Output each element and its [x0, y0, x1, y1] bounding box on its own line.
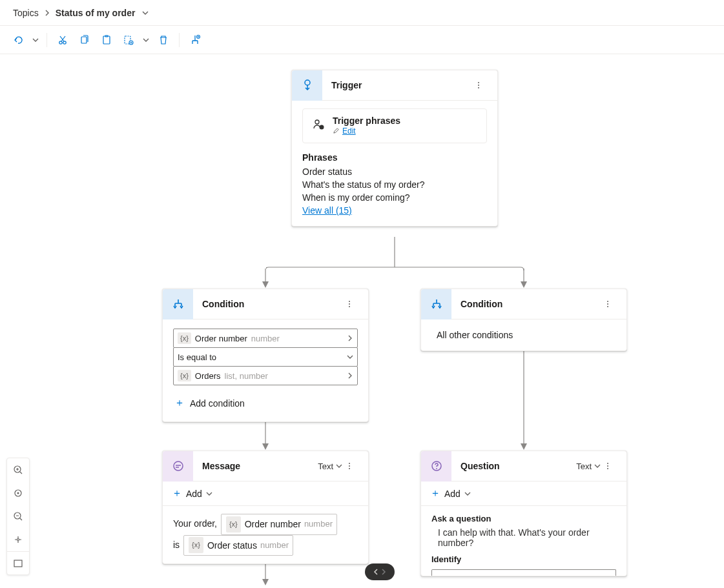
paste-dropdown[interactable] [140, 30, 152, 50]
message-text[interactable]: Your order, {x} Order number number is {… [163, 506, 368, 563]
svg-marker-11 [521, 443, 527, 450]
add-condition-button[interactable]: ＋ Add condition [173, 391, 358, 415]
trigger-title: Trigger [322, 80, 474, 90]
separator [47, 33, 47, 47]
inline-variable[interactable]: {x} Order number number [221, 514, 337, 535]
variable-name: Order status [207, 537, 257, 554]
trigger-phrases-box[interactable]: Trigger phrases Edit [302, 108, 487, 143]
chevron-right-icon [347, 335, 353, 341]
variable-icon: {x} [178, 370, 191, 381]
message-text-part: is [173, 539, 180, 549]
undo-dropdown[interactable] [30, 30, 41, 50]
breadcrumb-root[interactable]: Topics [13, 8, 39, 18]
svg-point-26 [349, 463, 350, 464]
cut-button[interactable] [52, 30, 73, 50]
plus-icon: ＋ [430, 487, 440, 500]
question-node[interactable]: Question Text ＋ Add Ask a question I can… [420, 451, 627, 576]
question-title: Question [451, 461, 576, 471]
variable-type: list, number [225, 371, 268, 381]
zoom-out-button[interactable] [7, 505, 29, 528]
svg-point-36 [17, 492, 19, 494]
edit-link[interactable]: Edit [333, 127, 356, 136]
condition-node-left[interactable]: Condition {x} Order number number Is equ… [162, 289, 369, 422]
chevron-down-icon [206, 491, 212, 497]
copy-button[interactable] [74, 30, 95, 50]
variable-type: number [260, 538, 289, 554]
chevron-down-icon [347, 354, 353, 360]
view-all-link[interactable]: View all (15) [302, 205, 487, 216]
add-label: Add [186, 489, 202, 499]
chevron-right-icon[interactable] [380, 569, 387, 575]
phrase-list: Order status What's the status of my ord… [302, 167, 487, 203]
more-icon[interactable] [603, 461, 626, 471]
paste-button[interactable] [96, 30, 117, 50]
more-icon[interactable] [345, 461, 368, 471]
phrase-item: When is my order coming? [302, 192, 487, 203]
question-icon [421, 451, 451, 482]
trigger-node[interactable]: Trigger Trigger phrases Edit Phrases [291, 70, 498, 227]
breadcrumb-current[interactable]: Status of my order [56, 8, 136, 18]
condition-node-right[interactable]: Condition All other conditions [420, 289, 627, 351]
svg-point-16 [478, 87, 479, 88]
question-text[interactable]: I can help with that. What's your order … [421, 525, 626, 554]
add-label: Add [444, 489, 460, 499]
delete-button[interactable] [153, 30, 174, 50]
canvas[interactable]: Trigger Trigger phrases Edit Phrases [0, 54, 724, 588]
question-add-button[interactable]: ＋ Add [421, 482, 626, 506]
add-condition-label: Add condition [190, 398, 245, 409]
zoom-reset-button[interactable] [7, 528, 29, 551]
variable-icon: {x} [226, 516, 241, 532]
svg-point-28 [349, 468, 350, 469]
breadcrumb: Topics Status of my order [0, 0, 724, 26]
zoom-fit-button[interactable] [7, 482, 29, 505]
svg-point-20 [349, 303, 350, 305]
svg-point-19 [349, 301, 350, 302]
svg-point-30 [436, 468, 437, 469]
svg-marker-10 [262, 443, 269, 450]
condition-title: Condition [451, 299, 603, 309]
undo-button[interactable] [8, 30, 28, 50]
variation-nav[interactable] [365, 563, 395, 580]
variables-button[interactable] [185, 30, 205, 50]
message-title: Message [193, 461, 318, 471]
person-chat-icon [312, 116, 325, 131]
message-type-selector[interactable]: Text [318, 461, 345, 471]
message-node[interactable]: Message Text ＋ Add Your order, {x} Order… [162, 451, 369, 564]
more-icon[interactable] [345, 299, 368, 309]
svg-point-25 [174, 461, 183, 471]
svg-marker-9 [521, 281, 527, 288]
question-type-selector[interactable]: Text [576, 461, 603, 471]
operator-label: Is equal to [178, 352, 216, 362]
svg-point-23 [607, 303, 608, 305]
phrases-label: Phrases [302, 152, 487, 163]
svg-rect-3 [103, 36, 110, 44]
more-icon[interactable] [603, 299, 626, 309]
condition-left-variable[interactable]: {x} Order number number [173, 329, 358, 348]
zoom-minimap-button[interactable] [7, 551, 29, 574]
condition-right-variable[interactable]: {x} Orders list, number [173, 366, 358, 385]
svg-point-1 [63, 41, 66, 43]
svg-point-17 [315, 120, 319, 124]
more-icon[interactable] [474, 81, 497, 90]
message-text-part: Your order, [173, 518, 217, 529]
message-icon [163, 451, 193, 482]
svg-point-38 [17, 539, 19, 541]
svg-point-33 [607, 468, 608, 469]
zoom-controls [6, 458, 30, 575]
chevron-down-icon[interactable] [141, 9, 149, 17]
condition-operator[interactable]: Is equal to [173, 347, 358, 367]
paste-special-button[interactable] [118, 30, 139, 50]
condition-else-text: All other conditions [421, 319, 626, 350]
inline-variable[interactable]: {x} Order status number [183, 535, 293, 556]
svg-point-22 [607, 301, 608, 302]
zoom-in-button[interactable] [7, 458, 29, 482]
svg-point-24 [607, 306, 608, 307]
identify-input[interactable] [431, 569, 616, 576]
chevron-left-icon[interactable] [373, 569, 379, 575]
phrase-item: What's the status of my order? [302, 179, 487, 190]
branch-icon [163, 289, 193, 319]
variable-name: Orders [195, 371, 221, 381]
svg-marker-8 [262, 281, 269, 288]
variable-icon: {x} [189, 537, 203, 553]
message-add-button[interactable]: ＋ Add [163, 482, 368, 506]
